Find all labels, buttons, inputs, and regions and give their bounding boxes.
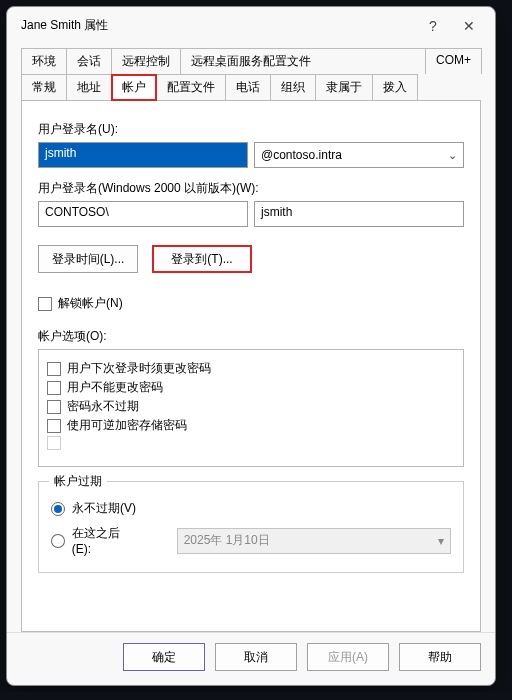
tab-general[interactable]: 常规 <box>21 74 67 101</box>
expiry-date-picker[interactable]: 2025年 1月10日 ▾ <box>177 528 451 554</box>
cancel-button[interactable]: 取消 <box>215 643 297 671</box>
calendar-dropdown-icon: ▾ <box>438 534 444 548</box>
properties-dialog: Jane Smith 属性 ? ✕ 环境 会话 远程控制 远程桌面服务配置文件 … <box>6 6 496 686</box>
checkbox-box-icon <box>47 381 61 395</box>
window-title: Jane Smith 属性 <box>21 17 415 34</box>
upn-suffix-combo[interactable]: @contoso.intra ⌄ <box>254 142 464 168</box>
expiry-after-radio[interactable]: 在这之后(E): 2025年 1月10日 ▾ <box>51 525 451 556</box>
tab-organization[interactable]: 组织 <box>270 74 316 101</box>
unlock-account-label: 解锁帐户(N) <box>58 295 123 312</box>
help-icon[interactable]: ? <box>415 18 451 34</box>
option-label: 用户不能更改密码 <box>67 379 163 396</box>
expiry-after-label: 在这之后(E): <box>72 525 138 556</box>
tab-dialin[interactable]: 拨入 <box>372 74 418 101</box>
user-logon-input[interactable]: jsmith <box>38 142 248 168</box>
checkbox-box-icon <box>38 297 52 311</box>
pre2k-domain-input[interactable]: CONTOSO\ <box>38 201 248 227</box>
tab-address[interactable]: 地址 <box>66 74 112 101</box>
help-button[interactable]: 帮助 <box>399 643 481 671</box>
account-tab-panel: 用户登录名(U): jsmith @contoso.intra ⌄ 用户登录名(… <box>21 100 481 632</box>
tab-remote-control[interactable]: 远程控制 <box>111 48 181 74</box>
account-options-label: 帐户选项(O): <box>38 328 464 345</box>
account-options-list[interactable]: 用户下次登录时须更改密码 用户不能更改密码 密码永不过期 使用可逆加密存储密码 <box>38 349 464 467</box>
tab-strip: 环境 会话 远程控制 远程桌面服务配置文件 COM+ 常规 地址 帐户 配置文件… <box>21 48 481 101</box>
account-expiry-group: 帐户过期 永不过期(V) 在这之后(E): 2025年 1月10日 ▾ <box>38 481 464 573</box>
titlebar: Jane Smith 属性 ? ✕ <box>7 7 495 44</box>
close-icon[interactable]: ✕ <box>451 18 487 34</box>
option-label: 使用可逆加密存储密码 <box>67 417 187 434</box>
apply-button[interactable]: 应用(A) <box>307 643 389 671</box>
dialog-footer: 确定 取消 应用(A) 帮助 <box>7 632 495 685</box>
tab-profile[interactable]: 配置文件 <box>156 74 226 101</box>
ok-button[interactable]: 确定 <box>123 643 205 671</box>
tab-session[interactable]: 会话 <box>66 48 112 74</box>
option-overflow[interactable] <box>47 436 455 450</box>
chevron-down-icon: ⌄ <box>448 149 457 162</box>
checkbox-box-icon <box>47 419 61 433</box>
option-cannot-change-pw[interactable]: 用户不能更改密码 <box>47 379 455 396</box>
expiry-never-label: 永不过期(V) <box>72 500 136 517</box>
option-reversible-encryption[interactable]: 使用可逆加密存储密码 <box>47 417 455 434</box>
tab-account[interactable]: 帐户 <box>111 74 157 101</box>
logon-to-button[interactable]: 登录到(T)... <box>152 245 252 273</box>
upn-suffix-value: @contoso.intra <box>261 148 342 162</box>
tab-phone[interactable]: 电话 <box>225 74 271 101</box>
radio-icon <box>51 502 65 516</box>
expiry-never-radio[interactable]: 永不过期(V) <box>51 500 451 517</box>
radio-icon <box>51 534 65 548</box>
checkbox-box-icon <box>47 400 61 414</box>
pre2k-user-input[interactable]: jsmith <box>254 201 464 227</box>
tab-member-of[interactable]: 隶属于 <box>315 74 373 101</box>
option-change-pw-next-logon[interactable]: 用户下次登录时须更改密码 <box>47 360 455 377</box>
logon-hours-button[interactable]: 登录时间(L)... <box>38 245 138 273</box>
checkbox-box-icon <box>47 362 61 376</box>
checkbox-box-icon <box>47 436 61 450</box>
option-pw-never-expires[interactable]: 密码永不过期 <box>47 398 455 415</box>
tab-complus[interactable]: COM+ <box>425 48 482 74</box>
option-label: 用户下次登录时须更改密码 <box>67 360 211 377</box>
tab-environment[interactable]: 环境 <box>21 48 67 74</box>
user-logon-label: 用户登录名(U): <box>38 121 464 138</box>
option-label: 密码永不过期 <box>67 398 139 415</box>
account-expiry-legend: 帐户过期 <box>49 473 107 490</box>
option-label <box>67 436 70 450</box>
expiry-date-value: 2025年 1月10日 <box>184 532 270 549</box>
unlock-account-checkbox[interactable]: 解锁帐户(N) <box>38 295 464 312</box>
tab-rds-profile[interactable]: 远程桌面服务配置文件 <box>180 48 426 74</box>
pre2k-logon-label: 用户登录名(Windows 2000 以前版本)(W): <box>38 180 464 197</box>
